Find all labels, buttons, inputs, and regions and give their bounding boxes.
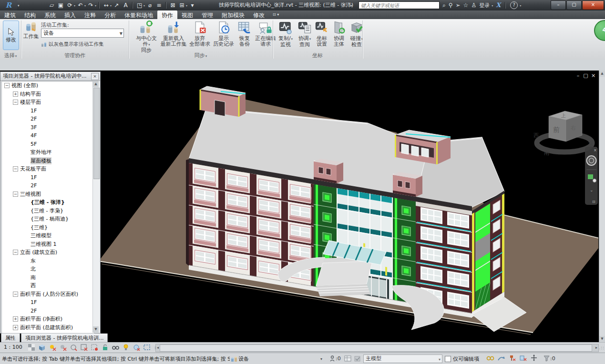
- tree-item[interactable]: 三维模型: [2, 232, 94, 240]
- editing-requests-status[interactable]: :0: [330, 355, 341, 362]
- ribbon-display-toggle-icon[interactable]: ⊡ ▾: [273, 12, 279, 17]
- select-arrow-icon[interactable]: ▼: [120, 30, 123, 38]
- sun-path-icon[interactable]: [49, 344, 57, 352]
- customize-qat-icon[interactable]: ▾: [188, 1, 196, 10]
- title-expand-icon[interactable]: ▸: [350, 3, 352, 8]
- sync-with-central-icon[interactable]: ⟳: [66, 1, 74, 10]
- crop-view-icon[interactable]: [80, 344, 89, 352]
- temporary-view-properties-icon[interactable]: [143, 344, 152, 352]
- review-warnings-icon[interactable]: [497, 354, 505, 362]
- tree-item[interactable]: {三维 - 杨雨迪}: [2, 215, 94, 223]
- tab-architecture[interactable]: 建筑: [0, 10, 20, 20]
- restore-backup-button[interactable]: 恢复备份: [236, 20, 254, 47]
- navbar-menu-icon[interactable]: ⊟: [592, 200, 595, 204]
- sign-in-person-icon[interactable]: ♙: [471, 2, 476, 9]
- compass-south-label[interactable]: 南: [544, 149, 550, 156]
- view-restore-icon[interactable]: ▢: [582, 72, 589, 79]
- communication-badge[interactable]: 4: [594, 20, 605, 41]
- sign-in-dropdown-icon[interactable]: ▾: [492, 4, 493, 7]
- tree-item[interactable]: 1F: [2, 298, 94, 307]
- vertical-scrollbar[interactable]: ▲ ▼: [599, 71, 605, 342]
- tree-item[interactable]: 南: [2, 273, 94, 282]
- scroll-up-icon[interactable]: ▲: [599, 71, 605, 77]
- navbar-close-icon[interactable]: ×: [594, 148, 597, 152]
- detail-level-icon[interactable]: [28, 344, 36, 352]
- tab-massing-site[interactable]: 体量和场地: [120, 10, 157, 20]
- view-cube[interactable]: 南 东 西 前 上 右: [533, 111, 594, 156]
- close-button[interactable]: ×: [582, 0, 604, 10]
- application-menu-arrow-icon[interactable]: ▾: [18, 4, 20, 8]
- tree-item-current-view[interactable]: {三维 - 张洋}: [2, 198, 94, 207]
- workset-status-arrow-icon[interactable]: ▾: [320, 357, 322, 361]
- show-crop-region-icon[interactable]: [91, 344, 99, 352]
- 3d-view-scene[interactable]: 南 东 西 前 上 右 × ⌄ ⊟: [101, 71, 598, 342]
- redo-icon[interactable]: ↷: [87, 1, 95, 10]
- tree-item[interactable]: 4F: [2, 131, 94, 140]
- tree-item[interactable]: 5F: [2, 140, 94, 149]
- relinquish-all-button[interactable]: 放弃全部请求: [189, 20, 211, 47]
- design-option-select[interactable]: 主模型▾: [363, 354, 442, 363]
- checkbox-icon[interactable]: [445, 356, 451, 362]
- building-left-end[interactable]: [186, 159, 189, 266]
- sign-in-button[interactable]: 登录: [479, 2, 490, 9]
- tree-item[interactable]: 室外地坪: [2, 148, 94, 157]
- tree-scrollbar[interactable]: ▲ ▼: [92, 81, 100, 333]
- tree-item[interactable]: {三维}: [2, 223, 94, 232]
- tree-scroll-up-icon[interactable]: ▲: [93, 81, 99, 87]
- navbar-chevron-icon[interactable]: ⌄: [590, 188, 594, 192]
- horizontal-scrollbar[interactable]: ◂ ▸: [155, 344, 599, 352]
- open-file-icon[interactable]: ▱: [48, 1, 56, 10]
- application-menu-button[interactable]: R: [0, 0, 17, 10]
- tab-collaborate[interactable]: 协作: [157, 10, 177, 20]
- compass-west-label[interactable]: 西: [533, 132, 539, 139]
- reload-latest-button[interactable]: 重新载入最新工作集: [160, 20, 187, 47]
- tab-view[interactable]: 视图: [177, 10, 197, 20]
- tab-insert[interactable]: 插入: [60, 10, 80, 20]
- tab-addins[interactable]: 附加模块: [217, 10, 249, 20]
- reconcile-hosting-button[interactable]: 协调主体: [331, 20, 347, 47]
- tree-item[interactable]: 1F: [2, 173, 94, 182]
- tab-manage[interactable]: 管理: [197, 10, 217, 20]
- viewcube-front-label[interactable]: 前: [553, 126, 560, 133]
- design-options-dialog-icon[interactable]: [344, 355, 352, 363]
- tree-item[interactable]: 2F: [2, 182, 94, 190]
- view-scale-button[interactable]: 1 : 100: [4, 344, 22, 350]
- tree-item[interactable]: 三维视图 1: [2, 240, 94, 249]
- tree-item[interactable]: −三维视图: [2, 190, 94, 199]
- active-workset-select[interactable]: 设备▼: [41, 29, 124, 38]
- measure-icon[interactable]: ↔: [102, 1, 110, 10]
- tree-item[interactable]: 2F: [2, 307, 94, 315]
- panel-coordinate[interactable]: 坐标: [273, 52, 362, 59]
- panel-manage-collaboration[interactable]: 管理协作: [21, 52, 129, 59]
- tree-item[interactable]: 北: [2, 265, 94, 273]
- sync-with-central-button[interactable]: 与中心文件同步: [134, 20, 158, 53]
- visual-style-icon[interactable]: [38, 344, 47, 352]
- worksharing-display-icon[interactable]: [486, 354, 494, 362]
- help-icon[interactable]: ?: [510, 1, 518, 9]
- design-option-arrow-icon[interactable]: ▾: [439, 356, 441, 364]
- default-3d-view-icon[interactable]: ◳: [135, 1, 144, 10]
- scroll-right-icon[interactable]: ▸: [595, 345, 597, 350]
- panel-select[interactable]: 选择: [1, 52, 20, 59]
- reveal-constraints-icon[interactable]: [133, 344, 141, 352]
- switch-windows-icon[interactable]: ⊞: [178, 1, 186, 10]
- reveal-hidden-elements-icon[interactable]: [122, 344, 131, 352]
- scroll-down-icon[interactable]: ▼: [599, 336, 605, 342]
- minimize-button[interactable]: –: [551, 0, 566, 10]
- save-icon[interactable]: ▣: [57, 1, 65, 10]
- gray-inactive-worksets-button[interactable]: 以灰色显示非活动工作集: [41, 41, 104, 48]
- unpin-icon[interactable]: [508, 354, 516, 362]
- search-input[interactable]: [359, 1, 440, 9]
- save-orientation-lock-icon[interactable]: [101, 344, 110, 352]
- drag-elements-icon[interactable]: [530, 354, 538, 362]
- tree-item[interactable]: +面积平面 (净面积): [2, 315, 94, 324]
- help-dropdown-icon[interactable]: ▾: [520, 4, 521, 7]
- view-minimize-icon[interactable]: –: [574, 72, 582, 79]
- tree-item[interactable]: −立面 (建筑立面): [2, 248, 94, 257]
- panel-synchronize[interactable]: 同步: [129, 52, 273, 59]
- gable-end[interactable]: [472, 191, 504, 317]
- subscription-key-icon[interactable]: ⚲: [449, 2, 453, 9]
- tree-item[interactable]: −面积平面 (人防分区面积): [2, 290, 94, 299]
- temporary-hide-isolate-icon[interactable]: [112, 344, 120, 352]
- sync-dropdown-icon[interactable]: ▾: [74, 4, 75, 7]
